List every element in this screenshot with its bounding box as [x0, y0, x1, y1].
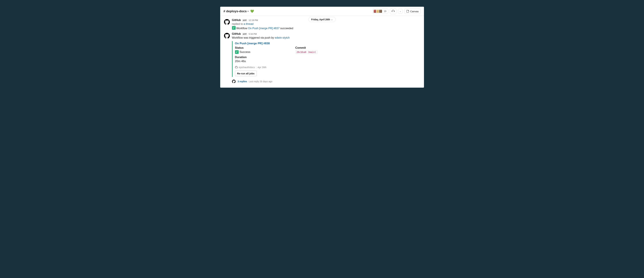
github-icon [224, 33, 230, 39]
avatar [379, 10, 382, 13]
user-link[interactable]: edwin-stytch [275, 36, 290, 39]
channel-name-button[interactable]: # deploys-docs ▾ [224, 10, 248, 13]
app-badge: APP [242, 33, 247, 36]
duration-value: 20m 46s [235, 60, 285, 63]
chevron-down-icon: ⌄ [331, 18, 333, 21]
channel-name-text: # deploys-docs [224, 10, 247, 13]
sender-name[interactable]: GitHub [232, 19, 241, 22]
thread-summary-button[interactable]: 3 replies Last reply 26 days ago [220, 78, 424, 84]
message: GitHub APP 5:34 PM Workflow was triggere… [220, 31, 424, 78]
check-icon: ✓ [235, 50, 239, 54]
message-text: Workflow [236, 27, 248, 30]
attachment-title-link[interactable]: On Push [merge PR] #838 [235, 42, 420, 45]
github-icon [224, 19, 230, 25]
check-icon: ✓ [232, 26, 236, 30]
huddle-dropdown-button[interactable]: ⌄ [398, 9, 403, 14]
member-list-button[interactable]: 19 [373, 9, 388, 14]
status-value: Success [240, 50, 250, 54]
attachment-date: Apr 26th [258, 66, 266, 69]
duration-label: Duration [235, 56, 285, 59]
heart-icon: 💚 [250, 10, 254, 13]
last-reply-time: Last reply 26 days ago [249, 80, 272, 83]
message-text: succeeded [280, 27, 293, 30]
headphones-icon [392, 10, 395, 13]
workflow-link[interactable]: On Push [merge PR] #837 [248, 27, 280, 30]
app-badge: APP [242, 19, 247, 22]
canvas-icon [406, 10, 409, 13]
replied-prefix: replied to [232, 23, 244, 25]
chevron-down-icon: ⌄ [400, 10, 401, 13]
repo-name[interactable]: stytchauth/docs [239, 66, 255, 69]
message-timestamp[interactable]: 12:19 PM [248, 19, 258, 22]
date-divider-button[interactable]: Friday, April 26th ⌄ [308, 17, 336, 22]
sender-avatar[interactable] [224, 32, 230, 39]
sender-avatar[interactable] [224, 19, 230, 25]
member-avatars [373, 10, 382, 13]
workflow-attachment: On Push [merge PR] #838 Status ✓ Success… [232, 41, 420, 77]
thread-avatar [232, 79, 236, 84]
commit-chip[interactable]: 26cbba0 (main) [295, 50, 318, 54]
message-timestamp[interactable]: 5:34 PM [248, 33, 256, 35]
github-icon [232, 80, 236, 83]
separator: | [256, 66, 256, 69]
reply-count: 3 replies [238, 80, 247, 83]
member-count: 19 [384, 10, 386, 13]
message-text: Workflow was triggered via push by [232, 36, 275, 39]
canvas-button[interactable]: Canvas [404, 9, 420, 14]
canvas-label: Canvas [410, 10, 419, 13]
slack-channel-window: # deploys-docs ▾ 💚 19 ⌄ [220, 7, 424, 88]
thread-link[interactable]: a thread [244, 23, 254, 25]
rerun-all-jobs-button[interactable]: Re-run all jobs [235, 71, 257, 76]
github-icon [235, 66, 238, 69]
sender-name[interactable]: GitHub [232, 32, 241, 36]
channel-header: # deploys-docs ▾ 💚 19 ⌄ [220, 7, 424, 16]
date-divider-text: Friday, April 26th [311, 18, 330, 21]
commit-label: Commit [295, 46, 346, 50]
chevron-down-icon: ▾ [248, 10, 248, 13]
huddle-button[interactable] [390, 9, 396, 14]
message-list: Friday, April 26th ⌄ GitHub APP 12:19 PM… [220, 16, 424, 88]
status-label: Status [235, 46, 285, 50]
